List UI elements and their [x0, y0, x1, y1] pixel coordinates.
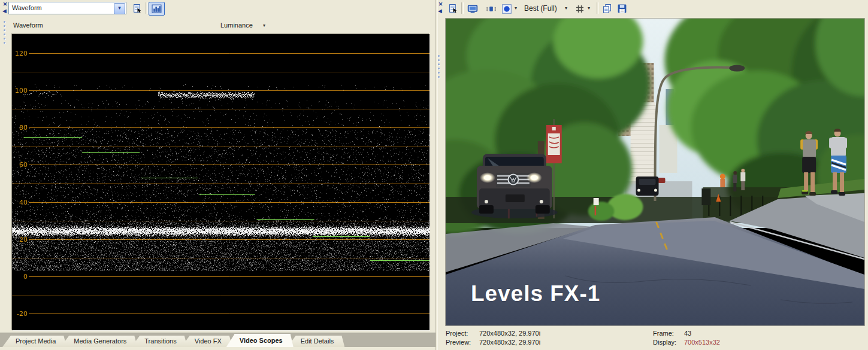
frame-label: Frame:	[653, 330, 674, 337]
preview-label: Preview:	[446, 339, 471, 346]
display-label: Display:	[653, 339, 676, 346]
scope-type-select[interactable]: Waveform ▾	[8, 2, 126, 14]
properties-icon	[448, 4, 458, 14]
channel-value: Luminance	[220, 22, 253, 29]
chevron-down-icon: ▾	[263, 23, 265, 28]
preview-scene: Levels FX-1	[446, 19, 864, 325]
close-icon[interactable]: ✕	[2, 1, 8, 8]
split-screen-icon	[486, 4, 497, 14]
waveform-scope-display	[12, 34, 430, 330]
project-value: 720x480x32, 29.970i	[479, 330, 540, 337]
tab-transitions[interactable]: Transitions	[131, 336, 187, 347]
external-monitor-button[interactable]	[465, 2, 480, 16]
undock-icon[interactable]: ◀	[1, 8, 8, 14]
chevron-down-icon[interactable]: ▾	[588, 5, 590, 11]
properties-icon	[132, 4, 143, 14]
histogram-icon	[152, 4, 162, 14]
preview-drag-handle[interactable]	[438, 55, 440, 78]
show-scope-button[interactable]	[149, 2, 165, 16]
copy-icon	[602, 4, 612, 14]
copy-snapshot-button[interactable]	[600, 2, 615, 16]
tab-video-scopes[interactable]: Video Scopes	[226, 334, 294, 347]
tab-project-media[interactable]: Project Media	[2, 336, 66, 347]
close-icon[interactable]: ✕	[437, 1, 444, 8]
monitor-icon	[467, 4, 478, 14]
tab-edit-details[interactable]: Edit Details	[288, 336, 345, 347]
chevron-down-icon[interactable]: ▾	[515, 5, 517, 11]
save-icon	[617, 4, 627, 14]
tab-video-fx[interactable]: Video FX	[182, 336, 232, 347]
chevron-down-icon[interactable]: ▾	[114, 3, 125, 14]
overlay-grid-button[interactable]	[572, 2, 587, 16]
display-value: 700x513x32	[684, 339, 720, 346]
vegas-workspace: ✕ ◀ Waveform ▾ Waveform Luminance ▾ Proj…	[0, 0, 868, 350]
quality-icon	[501, 4, 512, 14]
save-snapshot-button[interactable]	[615, 2, 630, 16]
quality-label[interactable]: Best (Full)	[524, 4, 557, 13]
fx-overlay-label: Levels FX-1	[471, 281, 600, 306]
suv	[471, 154, 558, 218]
preview-value: 720x480x32, 29.970i	[479, 339, 540, 346]
trash-bin	[701, 188, 710, 205]
tab-media-generators[interactable]: Media Generators	[61, 336, 137, 347]
panel-divider[interactable]	[435, 0, 438, 350]
scope-type-value: Waveform	[12, 4, 42, 11]
channel-select[interactable]: Luminance ▾	[220, 20, 265, 31]
dock-tab-strip: Project MediaMedia GeneratorsTransitions…	[0, 333, 436, 350]
scope-drag-handle[interactable]	[4, 21, 5, 44]
preview-quality-button[interactable]	[499, 2, 514, 16]
project-label: Project:	[446, 330, 468, 337]
undock-icon[interactable]: ◀	[437, 8, 443, 14]
scope-settings-button[interactable]	[130, 2, 145, 16]
grid-icon	[575, 4, 585, 14]
chevron-down-icon[interactable]: ▾	[565, 5, 567, 11]
scope-title: Waveform	[13, 22, 43, 29]
project-properties-button[interactable]	[446, 2, 461, 16]
frame-value: 43	[684, 330, 691, 337]
video-preview-frame: Levels FX-1	[446, 19, 864, 325]
split-screen-button[interactable]	[483, 2, 498, 16]
